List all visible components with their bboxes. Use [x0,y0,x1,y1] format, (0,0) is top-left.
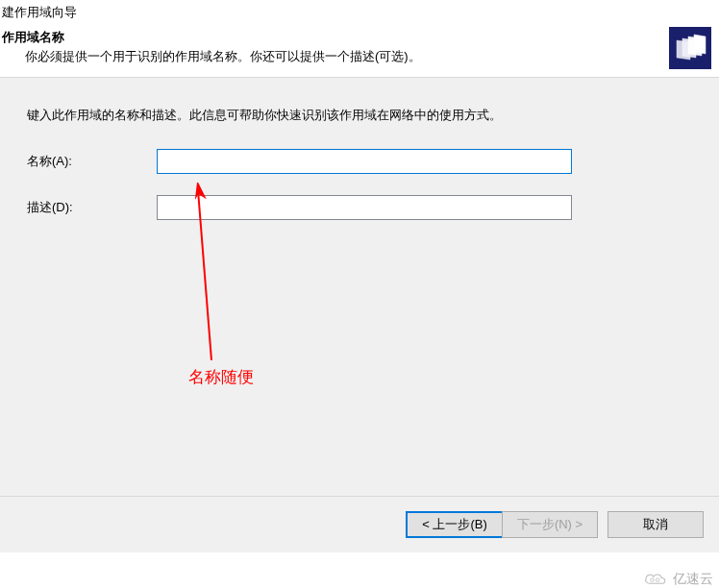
annotation-text: 名称随便 [188,366,254,388]
wizard-title: 建作用域向导 [0,0,719,21]
main-panel: 键入此作用域的名称和描述。此信息可帮助你快速识别该作用域在网络中的使用方式。 名… [0,77,719,497]
header-subtitle: 你必须提供一个用于识别的作用域名称。你还可以提供一个描述(可选)。 [2,46,719,65]
description-label: 描述(D): [27,199,157,216]
instruction-text: 键入此作用域的名称和描述。此信息可帮助你快速识别该作用域在网络中的使用方式。 [0,78,719,124]
name-input[interactable] [157,149,572,174]
next-button[interactable]: 下一步(N) > [502,511,598,538]
back-button[interactable]: < 上一步(B) [406,511,502,538]
name-label: 名称(A): [27,153,157,170]
cancel-button[interactable]: 取消 [607,511,704,538]
dialog-header: 作用域名称 你必须提供一个用于识别的作用域名称。你还可以提供一个描述(可选)。 [0,21,719,77]
button-bar: < 上一步(B) 下一步(N) > 取消 [0,497,719,552]
watermark: 亿速云 [642,571,713,588]
description-input[interactable] [157,195,572,220]
watermark-text: 亿速云 [673,571,713,588]
description-row: 描述(D): [0,195,719,220]
svg-point-3 [656,578,659,582]
scope-folder-icon [669,27,711,69]
cloud-logo-icon [642,571,669,588]
name-row: 名称(A): [0,149,719,174]
svg-point-2 [651,578,655,582]
header-title: 作用域名称 [2,29,719,46]
nav-button-group: < 上一步(B) 下一步(N) > [406,511,598,538]
